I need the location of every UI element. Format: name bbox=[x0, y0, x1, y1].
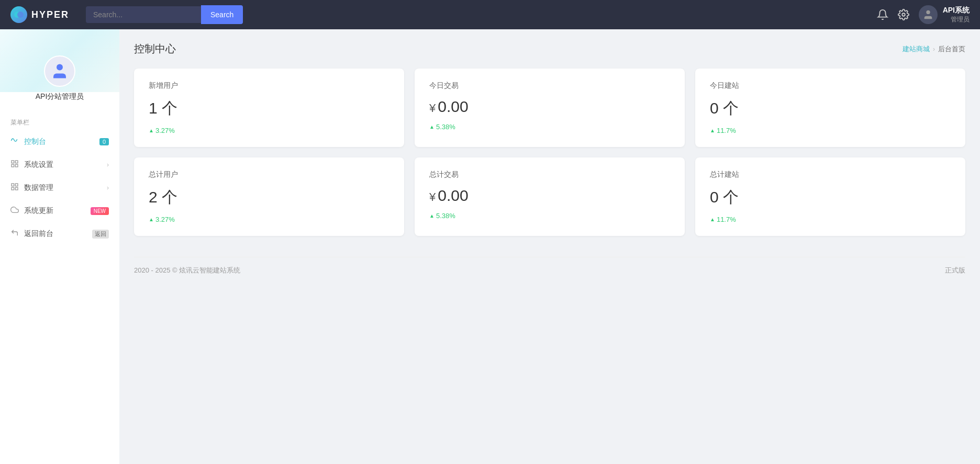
user-name: API系统 bbox=[943, 6, 970, 15]
svg-point-3 bbox=[926, 10, 930, 14]
return-icon bbox=[10, 229, 19, 239]
layout: API分站管理员 菜单栏 控制台 0 系统设置 › bbox=[0, 29, 980, 464]
stat-value-today-tx: ¥ 0.00 bbox=[429, 98, 670, 116]
svg-rect-5 bbox=[12, 161, 14, 163]
stat-label-new-users: 新增用户 bbox=[149, 81, 389, 90]
stat-value-total-tx: ¥ 0.00 bbox=[429, 187, 670, 205]
wave-icon bbox=[10, 137, 19, 147]
svg-point-2 bbox=[902, 13, 905, 16]
bell-icon[interactable] bbox=[877, 9, 888, 20]
gear-icon[interactable] bbox=[898, 9, 909, 20]
stat-card-total-tx: 总计交易 ¥ 0.00 5.38% bbox=[415, 157, 685, 236]
stat-trend-total-tx: 5.38% bbox=[429, 212, 670, 220]
stat-value-total-build: 0 个 bbox=[710, 187, 951, 208]
stat-value-new-users: 1 个 bbox=[149, 98, 389, 119]
stats-row-1: 新增用户 1 个 3.27% 今日交易 ¥ 0.00 5.38% 今日建站 0 … bbox=[134, 69, 965, 147]
footer-version: 正式版 bbox=[945, 266, 965, 275]
search-button[interactable]: Search bbox=[201, 5, 243, 24]
breadcrumb: 建站商城 › 后台首页 bbox=[903, 44, 965, 54]
svg-rect-10 bbox=[15, 184, 18, 186]
svg-rect-7 bbox=[15, 164, 18, 167]
sidebar-item-label-console: 控制台 bbox=[24, 137, 94, 146]
stat-card-total-users: 总计用户 2 个 3.27% bbox=[134, 157, 404, 236]
svg-point-1 bbox=[17, 12, 24, 18]
svg-rect-6 bbox=[15, 161, 18, 163]
chevron-right-icon-2: › bbox=[107, 184, 109, 191]
sidebar-item-label-system-settings: 系统设置 bbox=[24, 160, 102, 169]
new-badge: NEW bbox=[91, 207, 109, 215]
sidebar: API分站管理员 菜单栏 控制台 0 系统设置 › bbox=[0, 29, 119, 464]
stat-label-total-users: 总计用户 bbox=[149, 170, 389, 179]
sidebar-item-system-update[interactable]: 系统更新 NEW bbox=[0, 199, 119, 222]
search-area: Search bbox=[86, 5, 243, 24]
stat-label-today-build: 今日建站 bbox=[710, 81, 951, 90]
stats-row-2: 总计用户 2 个 3.27% 总计交易 ¥ 0.00 5.38% 总计建站 0 … bbox=[134, 157, 965, 236]
stat-card-total-build: 总计建站 0 个 11.7% bbox=[695, 157, 965, 236]
stat-trend-today-build: 11.7% bbox=[710, 127, 951, 134]
stat-trend-today-tx: 5.38% bbox=[429, 123, 670, 131]
stat-label-total-build: 总计建站 bbox=[710, 170, 951, 179]
sidebar-item-label-back-frontend: 返回前台 bbox=[24, 229, 87, 239]
svg-rect-9 bbox=[12, 184, 14, 186]
logo-icon bbox=[10, 6, 27, 23]
sidebar-item-back-frontend[interactable]: 返回前台 返回 bbox=[0, 222, 119, 245]
sidebar-item-console[interactable]: 控制台 0 bbox=[0, 130, 119, 153]
avatar bbox=[919, 5, 938, 24]
sidebar-item-label-data-management: 数据管理 bbox=[24, 183, 102, 193]
logo-text: HYPER bbox=[31, 9, 69, 20]
stat-card-today-build: 今日建站 0 个 11.7% bbox=[695, 69, 965, 147]
stat-card-new-users: 新增用户 1 个 3.27% bbox=[134, 69, 404, 147]
svg-point-4 bbox=[57, 64, 63, 71]
cloud-icon bbox=[10, 206, 19, 216]
profile-name: API分站管理员 bbox=[36, 92, 84, 101]
stat-label-today-tx: 今日交易 bbox=[429, 81, 670, 90]
user-role: 管理员 bbox=[943, 15, 970, 24]
topnav: HYPER Search API系统 bbox=[0, 0, 980, 29]
stat-label-total-tx: 总计交易 bbox=[429, 170, 670, 179]
chevron-right-icon-1: › bbox=[107, 161, 109, 168]
sidebar-item-label-system-update: 系统更新 bbox=[24, 206, 85, 216]
footer-copyright: 2020 - 2025 © 炫讯云智能建站系统 bbox=[134, 266, 240, 275]
grid-icon-2 bbox=[10, 183, 19, 193]
breadcrumb-link-mall[interactable]: 建站商城 bbox=[903, 44, 930, 54]
sidebar-profile: API分站管理员 bbox=[0, 40, 119, 112]
svg-rect-11 bbox=[15, 187, 18, 190]
menu-label: 菜单栏 bbox=[0, 112, 119, 130]
stat-trend-new-users: 3.27% bbox=[149, 127, 389, 134]
breadcrumb-current: 后台首页 bbox=[938, 44, 965, 54]
profile-avatar bbox=[44, 55, 75, 87]
logo-area: HYPER bbox=[10, 6, 73, 23]
page-title: 控制中心 bbox=[134, 42, 176, 56]
grid-icon-1 bbox=[10, 160, 19, 170]
svg-rect-8 bbox=[12, 164, 14, 167]
search-input[interactable] bbox=[86, 6, 201, 23]
footer: 2020 - 2025 © 炫讯云智能建站系统 正式版 bbox=[134, 257, 965, 284]
currency-symbol-1: ¥ bbox=[429, 101, 436, 115]
user-info: API系统 管理员 bbox=[943, 6, 970, 24]
svg-rect-12 bbox=[12, 187, 14, 190]
sidebar-item-data-management[interactable]: 数据管理 › bbox=[0, 176, 119, 199]
stat-trend-total-build: 11.7% bbox=[710, 216, 951, 223]
sidebar-item-system-settings[interactable]: 系统设置 › bbox=[0, 153, 119, 176]
back-badge: 返回 bbox=[92, 230, 109, 239]
stat-value-total-users: 2 个 bbox=[149, 187, 389, 208]
page-header: 控制中心 建站商城 › 后台首页 bbox=[134, 42, 965, 56]
nav-right: API系统 管理员 bbox=[877, 5, 970, 24]
stat-value-today-build: 0 个 bbox=[710, 98, 951, 119]
stat-trend-total-users: 3.27% bbox=[149, 216, 389, 223]
stat-card-today-tx: 今日交易 ¥ 0.00 5.38% bbox=[415, 69, 685, 147]
console-badge: 0 bbox=[99, 138, 109, 145]
currency-symbol-2: ¥ bbox=[429, 190, 436, 204]
main-content: 控制中心 建站商城 › 后台首页 新增用户 1 个 3.27% 今日交易 ¥ bbox=[119, 29, 980, 464]
breadcrumb-separator: › bbox=[933, 46, 935, 53]
nav-user[interactable]: API系统 管理员 bbox=[919, 5, 970, 24]
